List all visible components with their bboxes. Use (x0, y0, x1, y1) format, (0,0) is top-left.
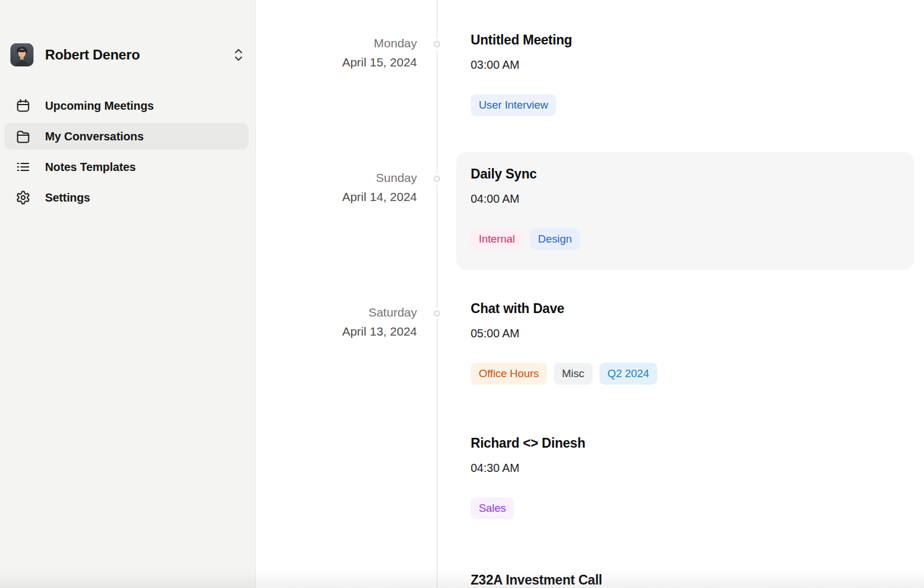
meeting-time: 05:00 AM (471, 326, 898, 340)
meeting-title: Richard <> Dinesh (471, 435, 898, 451)
sidebar: Robert Denero Upcoming Meetings (0, 0, 256, 588)
timeline-line (437, 0, 438, 588)
app-window: Robert Denero Upcoming Meetings (0, 0, 924, 588)
date-day: Saturday (256, 303, 417, 322)
meeting-tags: Internal Design (471, 228, 898, 250)
meeting-title: Daily Sync (471, 166, 898, 182)
tag-chip[interactable]: Design (530, 228, 580, 250)
sidebar-nav: Upcoming Meetings My Conversations (5, 92, 248, 215)
timeline-dot (434, 176, 440, 182)
meeting-title: Z32A Investment Call (471, 572, 898, 588)
meeting-entry[interactable]: Richard <> Dinesh 04:30 AM Sales (471, 435, 898, 519)
meeting-title: Chat with Dave (471, 300, 898, 317)
list-icon (16, 159, 31, 174)
tag-chip[interactable]: Sales (471, 497, 514, 519)
tag-chip[interactable]: Office Hours (471, 363, 547, 385)
meeting-tags: Sales (471, 497, 898, 519)
calendar-icon (16, 98, 31, 113)
conversations-timeline: Monday April 15, 2024 Sunday April 14, 2… (256, 0, 924, 588)
sidebar-item-upcoming-meetings[interactable]: Upcoming Meetings (5, 92, 248, 119)
date-group: Monday April 15, 2024 (256, 34, 417, 72)
meeting-entry[interactable]: Z32A Investment Call (471, 572, 898, 588)
date-text: April 15, 2024 (256, 53, 417, 72)
timeline-dot (434, 41, 440, 47)
user-profile-switcher[interactable]: Robert Denero (10, 42, 245, 68)
meeting-time: 04:30 AM (471, 461, 898, 475)
tag-chip[interactable]: Misc (554, 363, 593, 385)
avatar (10, 43, 33, 66)
meeting-entry[interactable]: Untitled Meeting 03:00 AM User Interview (471, 32, 898, 116)
timeline-dot (434, 310, 440, 317)
folder-icon (16, 129, 31, 144)
chevron-up-down-icon[interactable] (232, 46, 245, 64)
tag-chip[interactable]: User Interview (471, 94, 556, 116)
date-day: Sunday (256, 168, 417, 187)
sidebar-item-label: My Conversations (45, 130, 144, 143)
date-text: April 13, 2024 (256, 322, 417, 341)
sidebar-item-label: Upcoming Meetings (45, 99, 154, 113)
sidebar-item-my-conversations[interactable]: My Conversations (5, 123, 248, 150)
tag-chip[interactable]: Internal (471, 228, 523, 250)
tag-chip[interactable]: Q2 2024 (599, 363, 657, 385)
meeting-tags: User Interview (471, 94, 898, 116)
sidebar-item-settings[interactable]: Settings (5, 184, 248, 211)
meeting-title: Untitled Meeting (471, 32, 898, 48)
date-text: April 14, 2024 (256, 187, 417, 206)
gear-icon (16, 190, 31, 205)
sidebar-item-label: Settings (45, 191, 90, 204)
user-name: Robert Denero (45, 47, 232, 63)
meeting-entry[interactable]: Daily Sync 04:00 AM Internal Design (471, 166, 898, 250)
date-group: Sunday April 14, 2024 (256, 168, 417, 206)
date-day: Monday (256, 34, 417, 53)
meeting-tags: Office Hours Misc Q2 2024 (471, 363, 898, 385)
meeting-time: 03:00 AM (471, 58, 898, 72)
sidebar-item-label: Notes Templates (45, 161, 136, 174)
meeting-entry[interactable]: Chat with Dave 05:00 AM Office Hours Mis… (471, 300, 898, 385)
meeting-time: 04:00 AM (471, 192, 898, 206)
sidebar-item-notes-templates[interactable]: Notes Templates (5, 154, 248, 180)
date-group: Saturday April 13, 2024 (256, 303, 417, 341)
